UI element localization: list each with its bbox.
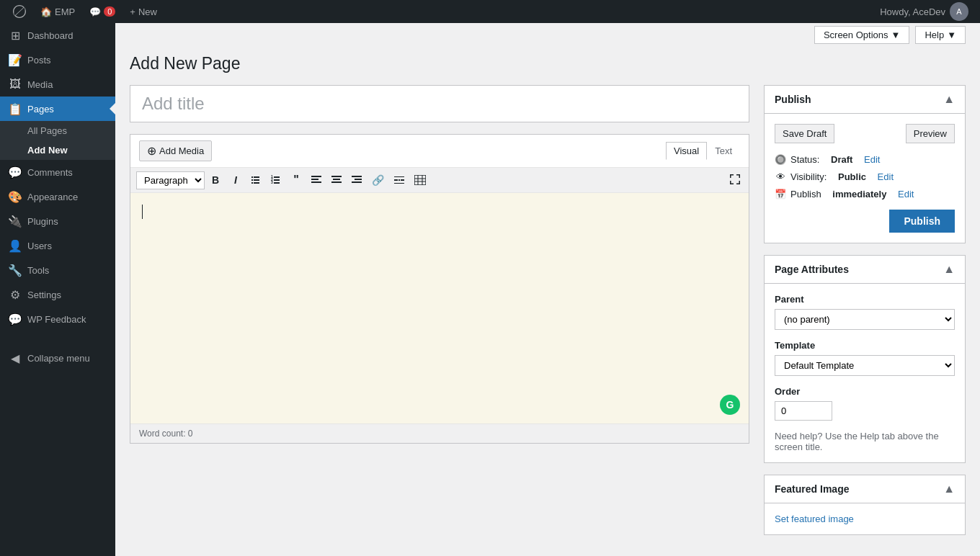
- publish-panel: Publish ▲ Save Draft Preview 🔘: [764, 85, 966, 243]
- align-left-button[interactable]: [307, 171, 326, 189]
- title-input[interactable]: [130, 85, 749, 122]
- template-field: Template Default Template: [775, 340, 955, 376]
- user-greeting[interactable]: Howdy, AceDev A: [874, 2, 974, 21]
- editor-wrap: ⊕ Add Media Visual Text Paragraph: [130, 134, 749, 444]
- sidebar-item-pages[interactable]: 📋 Pages: [0, 97, 115, 121]
- svg-rect-25: [394, 183, 404, 184]
- status-value: Draft: [831, 154, 852, 165]
- status-icon: 🔘: [775, 153, 786, 165]
- users-icon: 👤: [9, 239, 22, 252]
- publish-time-row: 📅 Publish immediately Edit: [775, 188, 955, 199]
- svg-rect-1: [254, 179, 259, 181]
- svg-rect-20: [352, 181, 362, 183]
- paragraph-select[interactable]: Paragraph: [136, 171, 205, 189]
- sidebar-item-media[interactable]: 🖼 Media: [0, 72, 115, 97]
- align-right-button[interactable]: [347, 171, 366, 189]
- settings-icon: ⚙: [9, 288, 22, 301]
- help-text: Need help? Use the Help tab above the sc…: [775, 431, 955, 452]
- set-featured-image-link[interactable]: Set featured image: [775, 514, 854, 524]
- publish-time-edit-link[interactable]: Edit: [898, 189, 914, 199]
- template-select[interactable]: Default Template: [775, 355, 955, 376]
- more-button[interactable]: [390, 171, 409, 189]
- edit-layout: ⊕ Add Media Visual Text Paragraph: [130, 85, 966, 547]
- svg-rect-22: [398, 179, 400, 181]
- page-wrap: Add New Page ⊕ Add Media Visual: [115, 47, 980, 556]
- unordered-list-button[interactable]: [246, 171, 265, 189]
- sidebar-item-posts[interactable]: 📝 Posts: [0, 48, 115, 72]
- grammarly-button[interactable]: G: [720, 395, 740, 415]
- svg-rect-19: [355, 179, 362, 180]
- submenu-all-pages[interactable]: All Pages: [0, 121, 115, 140]
- publish-panel-toggle[interactable]: ▲: [943, 93, 955, 106]
- italic-button[interactable]: I: [226, 171, 245, 189]
- editor-body[interactable]: G: [130, 193, 749, 423]
- template-label: Template: [775, 340, 955, 351]
- visibility-icon: 👁: [775, 171, 786, 182]
- chevron-down-icon: ▼: [891, 30, 901, 40]
- align-center-button[interactable]: [327, 171, 346, 189]
- svg-rect-13: [311, 179, 318, 180]
- svg-rect-21: [394, 179, 398, 181]
- calendar-icon: 📅: [775, 188, 786, 199]
- screen-options-button[interactable]: Screen Options ▼: [814, 26, 909, 44]
- bold-button[interactable]: B: [206, 171, 225, 189]
- sidebar-item-plugins[interactable]: 🔌 Plugins: [0, 209, 115, 233]
- visibility-value: Public: [838, 171, 866, 182]
- site-name[interactable]: 🏠 EMP: [33, 6, 82, 17]
- edit-sidebar: Publish ▲ Save Draft Preview 🔘: [764, 85, 966, 547]
- publish-button-wrap: Publish: [775, 210, 955, 233]
- parent-select[interactable]: (no parent): [775, 309, 955, 330]
- sidebar-item-appearance[interactable]: 🎨 Appearance: [0, 184, 115, 209]
- featured-image-panel: Featured Image ▲ Set featured image: [764, 475, 966, 535]
- visibility-row: 👁 Visibility: Public Edit: [775, 171, 955, 182]
- status-edit-link[interactable]: Edit: [864, 154, 880, 165]
- sidebar-item-dashboard[interactable]: ⊞ Dashboard: [0, 23, 115, 48]
- publish-time-value: immediately: [832, 189, 886, 199]
- comments-link[interactable]: 💬 0: [82, 6, 122, 17]
- help-button[interactable]: Help ▼: [915, 26, 966, 44]
- page-attributes-toggle[interactable]: ▲: [943, 263, 955, 276]
- ordered-list-button[interactable]: 123: [267, 171, 285, 189]
- fullscreen-button[interactable]: [727, 171, 743, 189]
- page-attributes-header: Page Attributes ▲: [765, 256, 965, 284]
- media-icon: 🖼: [9, 78, 22, 91]
- add-media-button[interactable]: ⊕ Add Media: [139, 140, 212, 161]
- tools-icon: 🔧: [9, 264, 22, 277]
- sidebar-item-users[interactable]: 👤 Users: [0, 233, 115, 258]
- formatting-toolbar: Paragraph B I 123 ": [130, 168, 749, 193]
- order-field: Order: [775, 386, 955, 421]
- screen-meta: Screen Options ▼ Help ▼: [115, 23, 980, 47]
- new-content[interactable]: + New: [122, 6, 164, 17]
- visual-text-tabs: Visual Text: [666, 142, 740, 160]
- blockquote-button[interactable]: ": [287, 171, 306, 189]
- parent-field: Parent (no parent): [775, 294, 955, 330]
- sidebar-item-comments[interactable]: 💬 Comments: [0, 160, 115, 184]
- link-button[interactable]: 🔗: [368, 171, 388, 189]
- preview-button[interactable]: Preview: [906, 124, 955, 143]
- sidebar-item-tools[interactable]: 🔧 Tools: [0, 258, 115, 282]
- publish-button[interactable]: Publish: [889, 210, 955, 233]
- word-count-bar: Word count: 0: [130, 423, 749, 443]
- visibility-edit-link[interactable]: Edit: [878, 171, 894, 182]
- order-input[interactable]: [775, 401, 832, 421]
- collapse-menu[interactable]: ◀ Collapse menu: [0, 346, 115, 370]
- svg-rect-7: [274, 179, 280, 181]
- page-attributes-panel: Page Attributes ▲ Parent (no parent): [764, 255, 966, 463]
- svg-rect-12: [311, 176, 321, 177]
- wp-logo[interactable]: [6, 5, 33, 18]
- admin-bar: 🏠 EMP 💬 0 + New Howdy, AceDev A: [0, 0, 980, 23]
- featured-image-title: Featured Image: [775, 483, 849, 495]
- save-draft-button[interactable]: Save Draft: [775, 124, 834, 143]
- sidebar-item-wp-feedback[interactable]: 💬 WP Feedback: [0, 307, 115, 331]
- sidebar-item-settings[interactable]: ⚙ Settings: [0, 282, 115, 307]
- tab-visual[interactable]: Visual: [666, 142, 707, 160]
- comments-icon: 💬: [9, 166, 22, 179]
- chevron-down-icon-help: ▼: [947, 30, 956, 40]
- svg-rect-2: [254, 182, 259, 184]
- submenu-add-new[interactable]: Add New: [0, 140, 115, 160]
- appearance-icon: 🎨: [9, 190, 22, 203]
- table-button[interactable]: [410, 171, 430, 189]
- tab-text[interactable]: Text: [707, 142, 740, 160]
- featured-image-toggle[interactable]: ▲: [943, 483, 955, 496]
- publish-meta: 🔘 Status: Draft Edit 👁 Visibility: Publi…: [775, 153, 955, 199]
